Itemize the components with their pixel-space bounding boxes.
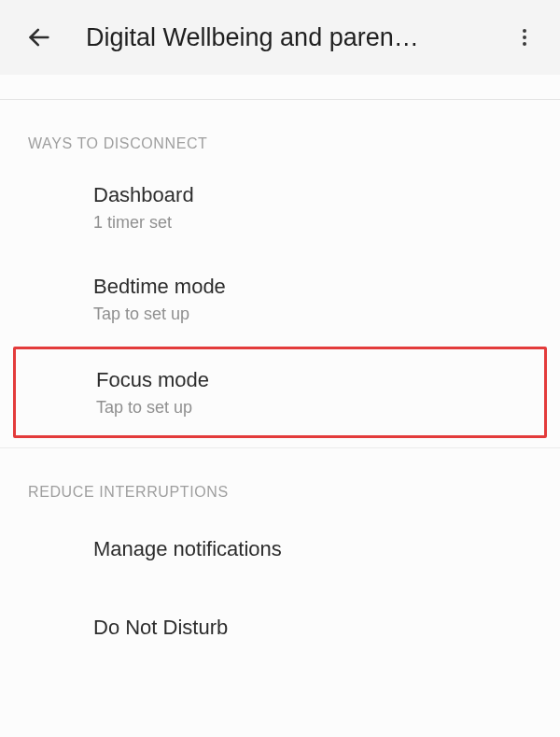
item-title: Dashboard: [93, 181, 532, 209]
item-title: Do Not Disturb: [93, 608, 532, 647]
item-subtitle: Tap to set up: [93, 303, 532, 325]
item-dashboard[interactable]: Dashboard 1 timer set: [0, 162, 560, 253]
item-subtitle: 1 timer set: [93, 211, 532, 234]
svg-point-2: [523, 35, 526, 39]
back-button[interactable]: [19, 17, 60, 58]
svg-point-1: [523, 29, 526, 33]
item-do-not-disturb[interactable]: Do Not Disturb: [0, 588, 560, 667]
section-header-reduce: REDUCE INTERRUPTIONS: [0, 448, 560, 510]
item-title: Manage notifications: [93, 530, 532, 569]
item-manage-notifications[interactable]: Manage notifications: [0, 510, 560, 588]
section-header-disconnect: WAYS TO DISCONNECT: [0, 100, 560, 162]
item-subtitle: Tap to set up: [96, 396, 529, 418]
page-title: Digital Wellbeing and paren…: [86, 23, 497, 52]
item-focus-mode[interactable]: Focus mode Tap to set up: [13, 347, 547, 438]
more-options-button[interactable]: [504, 17, 545, 58]
arrow-back-icon: [26, 24, 52, 50]
svg-point-3: [523, 42, 526, 46]
more-vert-icon: [513, 26, 536, 49]
app-bar: Digital Wellbeing and paren…: [0, 0, 560, 75]
item-title: Focus mode: [96, 366, 529, 394]
item-title: Bedtime mode: [93, 273, 532, 301]
content-area: WAYS TO DISCONNECT Dashboard 1 timer set…: [0, 75, 560, 666]
item-bedtime-mode[interactable]: Bedtime mode Tap to set up: [0, 253, 560, 345]
